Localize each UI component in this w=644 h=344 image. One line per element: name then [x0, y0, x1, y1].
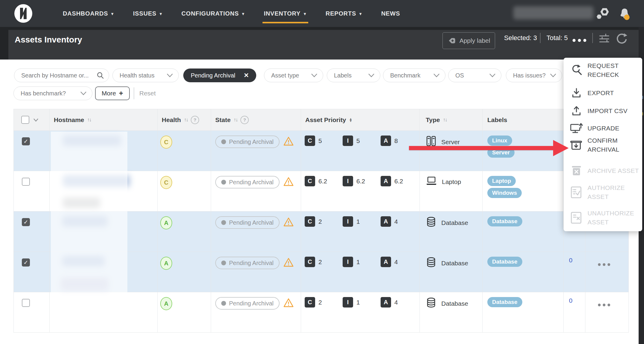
- chevron-down-icon: [433, 73, 440, 77]
- filter-dropdown-asset-type[interactable]: Asset type: [264, 69, 323, 82]
- upgrade-icon: [570, 122, 583, 135]
- search-input[interactable]: [14, 72, 97, 79]
- row-checkbox[interactable]: ✓: [22, 258, 30, 267]
- menu-item-import-csv[interactable]: IMPORT CSV: [570, 105, 641, 117]
- caret-down-icon: ▼: [303, 12, 307, 16]
- priority-c-value: 2: [318, 218, 322, 225]
- filter-dropdown-has-benchmark[interactable]: Has benchmark?: [13, 86, 92, 100]
- database-icon: [426, 216, 437, 229]
- priority-a-badge: A: [381, 297, 391, 308]
- issues-count-link[interactable]: 0: [569, 257, 573, 264]
- hostname-blur-fog: [51, 132, 127, 312]
- menu-item-label: ARCHIVE ASSET: [587, 166, 641, 175]
- sort-icon[interactable]: ↑↓: [184, 117, 188, 123]
- filter-dropdown-health-status[interactable]: Health status: [112, 69, 179, 82]
- labels-cell: LaptopWindows: [483, 171, 564, 211]
- row-kebab-menu[interactable]: [598, 263, 628, 266]
- nav-item-issues[interactable]: ISSUES▼: [133, 0, 163, 27]
- state-label: Pending Archival: [229, 260, 274, 267]
- authorize-icon: [570, 185, 583, 199]
- sort-icon[interactable]: ↑↓: [234, 117, 237, 123]
- priority-c-value: 2: [318, 258, 322, 266]
- settings-hex-icon[interactable]: [596, 7, 611, 21]
- warning-icon: [283, 258, 294, 268]
- nav-item-news[interactable]: NEWS: [381, 0, 400, 27]
- menu-item-confirm-archival[interactable]: CONFIRM ARCHIVAL: [570, 136, 641, 154]
- sort-icon[interactable]: ↑↓: [87, 117, 91, 123]
- filter-dropdown-has-issues-[interactable]: Has issues?: [506, 69, 562, 82]
- row-checkbox[interactable]: ✓: [22, 218, 30, 226]
- assets-inventory-page: DASHBOARDS▼ISSUES▼CONFIGURATIONS▼INVENTO…: [0, 0, 644, 344]
- filter-dropdown-os[interactable]: OS: [448, 69, 501, 82]
- apply-label-button[interactable]: Apply label: [442, 32, 495, 49]
- filter-dropdown-labels[interactable]: Labels: [327, 69, 380, 82]
- state-label: Pending Archival: [229, 300, 274, 307]
- row-checkbox[interactable]: [22, 178, 30, 186]
- priority-cell: C 2 I 1 A 4: [301, 292, 420, 333]
- more-filters-button[interactable]: More +: [95, 86, 130, 100]
- divider: [592, 33, 593, 43]
- sort-icon[interactable]: ↑↓: [443, 117, 447, 123]
- remove-filter-icon[interactable]: ✕: [244, 72, 249, 79]
- selected-count: Selected: 3: [504, 34, 537, 42]
- help-icon[interactable]: ?: [191, 116, 199, 124]
- label-chip: Windows: [487, 188, 522, 198]
- col-header-state[interactable]: State↑↓ ?: [211, 109, 301, 131]
- menu-item-unauthorize-asset: UNAUTHORIZE ASSET: [570, 209, 641, 227]
- apply-label-text: Apply label: [460, 37, 490, 44]
- chevron-down-icon: [167, 73, 173, 77]
- health-badge: A: [160, 216, 172, 229]
- label-chip: Database: [487, 297, 522, 307]
- col-header-type[interactable]: Type↑↓: [420, 109, 483, 131]
- priority-i-value: 6.2: [356, 178, 365, 185]
- laptop-icon: [426, 176, 437, 188]
- filter-label: Asset type: [264, 72, 299, 79]
- menu-item-request-recheck[interactable]: REQUEST RECHECK: [570, 61, 641, 80]
- menu-item-label: EXPORT: [587, 89, 641, 98]
- filter-label: Labels: [327, 72, 352, 79]
- priority-a-badge: A: [381, 257, 391, 267]
- state-dot-icon: [221, 220, 226, 225]
- filter-label: Has benchmark?: [14, 90, 66, 97]
- issues-count-link[interactable]: 0: [569, 297, 573, 304]
- row-checkbox[interactable]: [22, 299, 30, 307]
- app-logo-icon[interactable]: [14, 4, 33, 23]
- row-checkbox[interactable]: ✓: [22, 137, 30, 145]
- col-header-health[interactable]: Health↑↓ ?: [158, 109, 211, 131]
- label-chip: Database: [487, 216, 522, 226]
- state-dot-icon: [221, 261, 226, 265]
- notifications-bell-icon[interactable]: [617, 7, 632, 22]
- menu-item-export[interactable]: EXPORT: [570, 87, 641, 99]
- column-settings-sliders-icon[interactable]: [598, 33, 610, 44]
- chevron-down-icon: [80, 91, 87, 95]
- col-header-priority[interactable]: Asset Priority ▲▼: [301, 109, 420, 131]
- health-cell: C: [158, 171, 211, 211]
- nav-item-dashboards[interactable]: DASHBOARDS▼: [63, 0, 115, 27]
- sort-icon[interactable]: ▲▼: [349, 118, 352, 121]
- nav-item-inventory[interactable]: INVENTORY▼: [264, 0, 307, 27]
- more-label: More: [102, 90, 116, 97]
- chevron-down-icon: [311, 73, 318, 77]
- nav-item-configurations[interactable]: CONFIGURATIONS▼: [181, 0, 245, 27]
- priority-c-badge: C: [305, 176, 315, 186]
- health-cell: A: [158, 211, 211, 252]
- bulk-actions-kebab-menu[interactable]: [573, 39, 586, 42]
- reset-filters-button[interactable]: Reset: [139, 90, 156, 97]
- issues-link-cell: 0: [564, 292, 585, 333]
- col-header-hostname[interactable]: Hostname↑↓: [50, 109, 158, 131]
- nav-item-reports[interactable]: REPORTS▼: [326, 0, 363, 27]
- help-icon[interactable]: ?: [240, 116, 249, 124]
- state-label: Pending Archival: [229, 179, 274, 186]
- filter-dropdown-benchmark[interactable]: Benchmark: [383, 69, 445, 82]
- active-filter-chip[interactable]: Pending Archival ✕: [183, 69, 256, 82]
- row-kebab-menu[interactable]: [598, 304, 628, 306]
- priority-cell: C 5 I 5 A 8: [301, 131, 420, 171]
- annotation-arrow: [409, 146, 554, 150]
- refresh-icon[interactable]: [615, 32, 628, 45]
- chevron-down-icon[interactable]: [33, 118, 39, 122]
- priority-a-value: 4: [394, 218, 398, 225]
- menu-item-upgrade[interactable]: UPGRADE: [570, 122, 641, 135]
- select-all-checkbox[interactable]: [21, 116, 29, 124]
- nav-item-label: INVENTORY: [264, 10, 300, 17]
- col-header-labels: Labels: [483, 109, 564, 131]
